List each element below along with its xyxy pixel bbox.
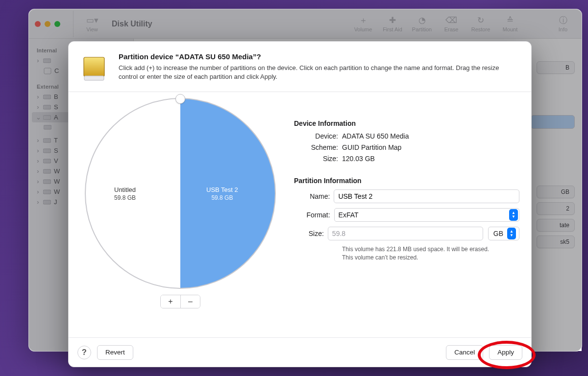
svg-rect-0 [43,59,51,63]
dialog-footer: ? Revert Cancel Apply [69,337,531,367]
restore-tool[interactable]: ↻Restore [468,15,493,32]
firstaid-tool[interactable]: ✚First Aid [380,15,405,32]
content-chip: sk5 [537,235,575,248]
disk-icon [43,168,51,175]
volume-icon [44,68,51,74]
content-chip: B [537,61,575,74]
svg-rect-7 [43,149,51,153]
svg-rect-10 [43,180,51,184]
disk-icon [43,94,51,100]
svg-rect-1 [44,68,51,74]
chevron-updown-icon: ▲▼ [509,209,518,221]
add-remove-control: + – [160,295,200,308]
device-label: Device: [294,132,338,140]
device-value: ADATA SU 650 Media [342,132,519,140]
chevron-updown-icon: ▲▼ [507,228,516,239]
size-field [328,227,483,240]
svg-rect-8 [43,159,51,163]
toolbar: ▭▾View Disk Utility ＋Volume ✚First Aid ◔… [29,9,582,39]
format-select[interactable]: ExFAT ▲▼ [334,208,519,222]
window-title: Disk Utility [112,20,152,28]
size-unit-select[interactable]: GB ▲▼ [488,227,519,240]
disk-icon [44,124,51,131]
totalsize-value: 120.03 GB [342,155,519,163]
name-field[interactable] [334,189,519,203]
size-note: This volume has 221.8 MB used space. It … [342,245,519,262]
name-label: Name: [294,192,330,200]
cancel-button[interactable]: Cancel [446,345,483,360]
remove-partition-button[interactable]: – [180,295,200,308]
svg-rect-5 [44,125,51,129]
info-tool[interactable]: ⓘInfo [550,15,576,32]
volume-tool[interactable]: ＋Volume [350,15,376,32]
svg-rect-4 [43,116,51,119]
partition-info-heading: Partition Information [294,177,519,185]
pie-segment-label: Untitled 59.8 GB [114,186,136,201]
disk-icon [43,137,51,144]
svg-rect-11 [43,190,51,194]
svg-rect-13 [84,76,104,80]
window-controls[interactable] [35,21,60,27]
svg-rect-6 [43,139,51,142]
partition-dialog: Partition device “ADATA SU 650 Media”? C… [68,41,532,367]
svg-rect-12 [43,200,51,204]
size-label: Size: [294,230,324,237]
revert-button[interactable]: Revert [97,345,133,360]
dialog-description: Click add (+) to increase the number of … [119,64,519,81]
partition-tool[interactable]: ◔Partition [409,15,435,32]
scheme-label: Scheme: [294,143,338,151]
disk-icon [43,178,51,185]
close-icon[interactable] [35,21,41,27]
minimize-icon[interactable] [45,21,50,27]
apply-button[interactable]: Apply [489,345,522,360]
device-info-heading: Device Information [294,119,519,127]
external-drive-icon [78,52,110,84]
svg-rect-3 [43,105,51,109]
erase-tool[interactable]: ⌫Erase [439,15,464,32]
disk-icon [43,199,51,206]
partition-pie[interactable]: Untitled 59.8 GB USB Test 2 59.8 GB [85,98,276,289]
totalsize-label: Size: [294,155,338,163]
disk-icon [43,104,51,111]
content-chip: tate [537,219,575,232]
mount-tool[interactable]: ≙Mount [497,15,523,32]
content-chip: 2 [537,202,575,215]
svg-rect-2 [43,95,51,99]
zoom-icon[interactable] [54,21,60,27]
scheme-value: GUID Partition Map [342,143,519,151]
view-tool[interactable]: ▭▾View [79,15,105,32]
disk-icon [43,57,51,64]
disk-icon [43,158,51,164]
disk-icon [43,188,51,195]
format-label: Format: [294,211,330,219]
content-chip: GB [537,186,575,198]
pie-segment-label-selected: USB Test 2 59.8 GB [206,186,238,201]
disk-icon [43,147,51,154]
resize-handle[interactable] [175,94,185,104]
add-partition-button[interactable]: + [161,295,180,308]
help-button[interactable]: ? [77,346,91,359]
svg-rect-9 [43,169,51,173]
disk-icon [43,114,51,121]
dialog-title: Partition device “ADATA SU 650 Media”? [119,52,519,61]
